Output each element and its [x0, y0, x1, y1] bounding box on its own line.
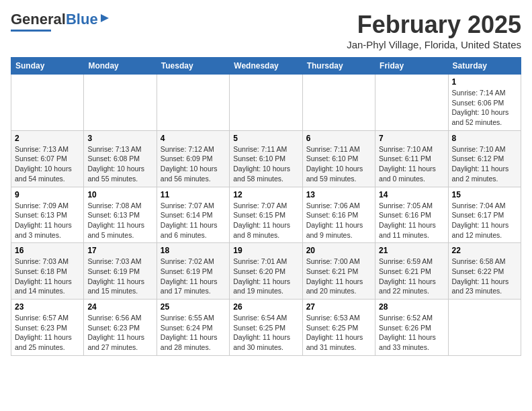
location-subtitle: Jan-Phyl Village, Florida, United States	[347, 39, 521, 50]
calendar-cell: 9Sunrise: 7:09 AM Sunset: 6:13 PM Daylig…	[11, 187, 84, 243]
day-info: Sunrise: 6:57 AM Sunset: 6:23 PM Dayligh…	[15, 313, 80, 353]
day-info: Sunrise: 7:09 AM Sunset: 6:13 PM Dayligh…	[15, 201, 80, 240]
day-info: Sunrise: 6:58 AM Sunset: 6:22 PM Dayligh…	[452, 257, 517, 296]
calendar-cell: 1Sunrise: 7:14 AM Sunset: 6:06 PM Daylig…	[448, 75, 521, 131]
day-info: Sunrise: 6:52 AM Sunset: 6:26 PM Dayligh…	[379, 313, 444, 353]
calendar-cell	[11, 75, 84, 131]
day-info: Sunrise: 7:01 AM Sunset: 6:20 PM Dayligh…	[233, 257, 298, 296]
calendar-week-row: 23Sunrise: 6:57 AM Sunset: 6:23 PM Dayli…	[11, 300, 521, 356]
day-info: Sunrise: 7:07 AM Sunset: 6:15 PM Dayligh…	[233, 201, 298, 240]
calendar-cell: 17Sunrise: 7:03 AM Sunset: 6:19 PM Dayli…	[84, 243, 157, 300]
day-info: Sunrise: 7:11 AM Sunset: 6:10 PM Dayligh…	[233, 144, 298, 184]
day-number: 15	[452, 190, 517, 199]
day-number: 9	[15, 190, 80, 199]
day-number: 26	[233, 302, 298, 312]
day-info: Sunrise: 6:59 AM Sunset: 6:21 PM Dayligh…	[379, 257, 444, 296]
calendar-cell: 22Sunrise: 6:58 AM Sunset: 6:22 PM Dayli…	[448, 243, 521, 300]
day-info: Sunrise: 7:03 AM Sunset: 6:19 PM Dayligh…	[87, 257, 152, 296]
logo-line	[11, 30, 51, 32]
day-number: 12	[233, 190, 298, 199]
svg-marker-0	[101, 14, 109, 22]
calendar-cell	[230, 75, 302, 131]
day-info: Sunrise: 6:53 AM Sunset: 6:25 PM Dayligh…	[306, 313, 371, 353]
month-year-title: February 2025	[347, 11, 521, 39]
day-number: 11	[161, 190, 226, 199]
day-info: Sunrise: 7:07 AM Sunset: 6:14 PM Dayligh…	[161, 201, 226, 240]
day-info: Sunrise: 7:06 AM Sunset: 6:16 PM Dayligh…	[306, 201, 371, 240]
calendar-cell: 12Sunrise: 7:07 AM Sunset: 6:15 PM Dayli…	[230, 187, 302, 243]
day-number: 21	[379, 246, 444, 255]
day-info: Sunrise: 7:10 AM Sunset: 6:12 PM Dayligh…	[452, 144, 517, 184]
day-number: 4	[161, 134, 226, 143]
calendar-cell: 13Sunrise: 7:06 AM Sunset: 6:16 PM Dayli…	[302, 187, 375, 243]
day-number: 17	[87, 246, 152, 255]
calendar-week-row: 16Sunrise: 7:03 AM Sunset: 6:18 PM Dayli…	[11, 243, 521, 300]
day-info: Sunrise: 7:03 AM Sunset: 6:18 PM Dayligh…	[15, 257, 80, 296]
calendar-table: SundayMondayTuesdayWednesdayThursdayFrid…	[11, 57, 521, 356]
day-number: 20	[306, 246, 371, 255]
day-number: 16	[15, 246, 80, 255]
calendar-week-row: 9Sunrise: 7:09 AM Sunset: 6:13 PM Daylig…	[11, 187, 521, 243]
day-number: 5	[233, 134, 298, 143]
title-block: February 2025 Jan-Phyl Village, Florida,…	[347, 11, 521, 50]
day-info: Sunrise: 6:55 AM Sunset: 6:24 PM Dayligh…	[161, 313, 226, 353]
weekday-header-friday: Friday	[375, 58, 448, 75]
calendar-cell	[375, 75, 448, 131]
day-info: Sunrise: 7:10 AM Sunset: 6:11 PM Dayligh…	[379, 144, 444, 184]
calendar-week-row: 1Sunrise: 7:14 AM Sunset: 6:06 PM Daylig…	[11, 75, 521, 131]
calendar-cell	[302, 75, 375, 131]
day-info: Sunrise: 7:08 AM Sunset: 6:13 PM Dayligh…	[87, 201, 152, 240]
calendar-cell: 21Sunrise: 6:59 AM Sunset: 6:21 PM Dayli…	[375, 243, 448, 300]
day-number: 7	[379, 134, 444, 143]
calendar-cell: 3Sunrise: 7:13 AM Sunset: 6:08 PM Daylig…	[84, 130, 157, 187]
day-number: 19	[233, 246, 298, 255]
calendar-cell: 8Sunrise: 7:10 AM Sunset: 6:12 PM Daylig…	[448, 130, 521, 187]
calendar-header-row: SundayMondayTuesdayWednesdayThursdayFrid…	[11, 58, 521, 75]
day-info: Sunrise: 7:04 AM Sunset: 6:17 PM Dayligh…	[452, 201, 517, 240]
calendar-cell: 5Sunrise: 7:11 AM Sunset: 6:10 PM Daylig…	[230, 130, 302, 187]
day-number: 13	[306, 190, 371, 199]
weekday-header-tuesday: Tuesday	[157, 58, 229, 75]
day-number: 18	[161, 246, 226, 255]
calendar-cell	[157, 75, 229, 131]
calendar-cell: 19Sunrise: 7:01 AM Sunset: 6:20 PM Dayli…	[230, 243, 302, 300]
day-number: 24	[87, 302, 152, 312]
day-info: Sunrise: 7:11 AM Sunset: 6:10 PM Dayligh…	[306, 144, 371, 184]
day-number: 27	[306, 302, 371, 312]
day-info: Sunrise: 6:54 AM Sunset: 6:25 PM Dayligh…	[233, 313, 298, 353]
calendar-cell: 15Sunrise: 7:04 AM Sunset: 6:17 PM Dayli…	[448, 187, 521, 243]
calendar-cell: 24Sunrise: 6:56 AM Sunset: 6:23 PM Dayli…	[84, 300, 157, 356]
weekday-header-thursday: Thursday	[302, 58, 375, 75]
day-info: Sunrise: 7:02 AM Sunset: 6:19 PM Dayligh…	[161, 257, 226, 296]
calendar-cell: 23Sunrise: 6:57 AM Sunset: 6:23 PM Dayli…	[11, 300, 84, 356]
day-number: 8	[452, 134, 517, 143]
calendar-cell: 7Sunrise: 7:10 AM Sunset: 6:11 PM Daylig…	[375, 130, 448, 187]
day-number: 2	[15, 134, 80, 143]
calendar-cell: 18Sunrise: 7:02 AM Sunset: 6:19 PM Dayli…	[157, 243, 229, 300]
day-number: 22	[452, 246, 517, 255]
calendar-cell: 25Sunrise: 6:55 AM Sunset: 6:24 PM Dayli…	[157, 300, 229, 356]
calendar-cell	[84, 75, 157, 131]
calendar-cell: 4Sunrise: 7:12 AM Sunset: 6:09 PM Daylig…	[157, 130, 229, 187]
calendar-week-row: 2Sunrise: 7:13 AM Sunset: 6:07 PM Daylig…	[11, 130, 521, 187]
weekday-header-saturday: Saturday	[448, 58, 521, 75]
day-number: 23	[15, 302, 80, 312]
day-number: 3	[87, 134, 152, 143]
calendar-cell: 16Sunrise: 7:03 AM Sunset: 6:18 PM Dayli…	[11, 243, 84, 300]
logo-blue: Blue	[66, 11, 98, 28]
day-info: Sunrise: 7:14 AM Sunset: 6:06 PM Dayligh…	[452, 88, 517, 128]
weekday-header-sunday: Sunday	[11, 58, 84, 75]
day-number: 28	[379, 302, 444, 312]
calendar-cell	[448, 300, 521, 356]
calendar-cell: 2Sunrise: 7:13 AM Sunset: 6:07 PM Daylig…	[11, 130, 84, 187]
logo-arrow-icon	[99, 13, 110, 26]
calendar-cell: 14Sunrise: 7:05 AM Sunset: 6:16 PM Dayli…	[375, 187, 448, 243]
weekday-header-wednesday: Wednesday	[230, 58, 302, 75]
calendar-cell: 6Sunrise: 7:11 AM Sunset: 6:10 PM Daylig…	[302, 130, 375, 187]
day-info: Sunrise: 7:05 AM Sunset: 6:16 PM Dayligh…	[379, 201, 444, 240]
calendar-cell: 11Sunrise: 7:07 AM Sunset: 6:14 PM Dayli…	[157, 187, 229, 243]
day-info: Sunrise: 7:12 AM Sunset: 6:09 PM Dayligh…	[161, 144, 226, 184]
day-number: 25	[161, 302, 226, 312]
day-info: Sunrise: 7:13 AM Sunset: 6:08 PM Dayligh…	[87, 144, 152, 184]
weekday-header-monday: Monday	[84, 58, 157, 75]
